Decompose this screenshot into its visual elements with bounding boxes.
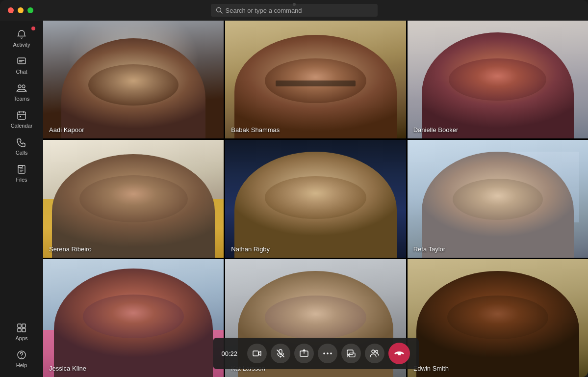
svg-rect-10 bbox=[22, 324, 26, 327]
video-cell-babak: Babak Shammas bbox=[225, 21, 406, 138]
sidebar-item-activity[interactable]: Activity bbox=[0, 25, 43, 52]
svg-rect-5 bbox=[18, 112, 26, 119]
svg-rect-12 bbox=[22, 328, 26, 332]
sidebar-item-calls-label: Calls bbox=[16, 150, 27, 156]
title-bar: Search or type a command bbox=[0, 0, 588, 21]
search-icon bbox=[216, 7, 223, 14]
svg-point-25 bbox=[372, 350, 375, 353]
reta-photo bbox=[408, 140, 588, 258]
sidebar-item-chat[interactable]: Chat bbox=[0, 52, 43, 79]
teams-icon bbox=[16, 82, 27, 94]
camera-toggle-button[interactable] bbox=[247, 344, 267, 363]
svg-rect-9 bbox=[18, 324, 21, 327]
sidebar-item-files[interactable]: Files bbox=[0, 160, 43, 187]
sidebar-item-calendar-label: Calendar bbox=[11, 123, 33, 129]
help-icon bbox=[16, 349, 27, 361]
sidebar-item-calls[interactable]: Calls bbox=[0, 133, 43, 160]
mute-button[interactable] bbox=[271, 344, 290, 363]
svg-point-4 bbox=[22, 85, 25, 88]
share-screen-button[interactable] bbox=[294, 344, 314, 363]
sidebar-item-help[interactable]: Help bbox=[0, 345, 43, 372]
aadi-photo bbox=[43, 21, 224, 138]
video-cell-nathan: Nathan Rigby bbox=[225, 140, 406, 258]
sidebar-item-teams[interactable]: Teams bbox=[0, 79, 43, 106]
serena-photo bbox=[43, 140, 224, 258]
svg-line-1 bbox=[220, 12, 222, 14]
chat-icon bbox=[16, 55, 27, 67]
chat-button[interactable] bbox=[341, 344, 361, 363]
edwin-photo bbox=[408, 259, 588, 377]
files-icon bbox=[16, 163, 27, 175]
svg-rect-15 bbox=[253, 351, 258, 356]
sidebar-item-activity-label: Activity bbox=[13, 42, 30, 48]
danielle-photo bbox=[408, 21, 588, 138]
search-placeholder: Search or type a command bbox=[226, 7, 302, 14]
video-cell-aadi: Aadi Kapoor bbox=[43, 21, 224, 138]
calls-icon bbox=[16, 136, 27, 148]
sidebar-item-calendar[interactable]: Calendar bbox=[0, 106, 43, 133]
jessica-name-label: Jessica Kline bbox=[49, 365, 86, 372]
svg-point-26 bbox=[375, 350, 378, 353]
camera-indicator bbox=[293, 3, 296, 6]
svg-point-20 bbox=[323, 352, 325, 354]
svg-rect-11 bbox=[18, 328, 21, 332]
minimize-window-button[interactable] bbox=[18, 7, 24, 13]
svg-rect-2 bbox=[18, 58, 26, 64]
babak-name-label: Babak Shammas bbox=[231, 126, 280, 134]
aadi-name-label: Aadi Kapoor bbox=[49, 126, 84, 134]
call-controls: 00:22 bbox=[213, 338, 419, 369]
end-call-button[interactable] bbox=[388, 343, 410, 364]
bell-icon bbox=[16, 28, 27, 40]
end-call-icon bbox=[394, 350, 405, 357]
svg-rect-6 bbox=[20, 116, 21, 117]
babak-photo bbox=[225, 21, 406, 138]
video-icon bbox=[253, 349, 261, 358]
apps-icon bbox=[16, 322, 27, 334]
svg-line-18 bbox=[277, 350, 284, 357]
svg-point-3 bbox=[18, 85, 21, 88]
nathan-photo bbox=[225, 140, 406, 258]
maximize-window-button[interactable] bbox=[27, 7, 33, 13]
sidebar-item-teams-label: Teams bbox=[14, 96, 29, 102]
video-cell-danielle: Danielle Booker bbox=[408, 21, 588, 138]
sidebar-item-help-label: Help bbox=[16, 362, 27, 368]
activity-badge bbox=[31, 27, 35, 30]
svg-point-21 bbox=[327, 352, 329, 354]
sidebar-item-files-label: Files bbox=[16, 177, 27, 183]
svg-rect-8 bbox=[18, 165, 25, 173]
danielle-name-label: Danielle Booker bbox=[413, 126, 459, 134]
svg-point-14 bbox=[21, 357, 22, 358]
calendar-icon bbox=[16, 109, 27, 121]
jessica-photo bbox=[43, 259, 224, 377]
video-cell-reta: Reta Taylor bbox=[408, 140, 588, 258]
close-window-button[interactable] bbox=[8, 7, 14, 13]
reta-name-label: Reta Taylor bbox=[413, 245, 446, 253]
chat-bubbles-icon bbox=[347, 349, 356, 358]
main-layout: Activity Chat Teams bbox=[0, 21, 588, 377]
nathan-name-label: Nathan Rigby bbox=[231, 245, 270, 253]
video-cell-jessica: Jessica Kline bbox=[43, 259, 224, 377]
traffic-lights bbox=[8, 7, 33, 13]
edwin-name-label: Edwin Smith bbox=[413, 365, 449, 372]
call-timer: 00:22 bbox=[222, 350, 241, 357]
video-cell-edwin: Edwin Smith bbox=[408, 259, 588, 377]
sidebar-item-chat-label: Chat bbox=[16, 69, 27, 75]
mic-off-icon bbox=[276, 349, 285, 358]
people-icon bbox=[370, 349, 380, 358]
serena-name-label: Serena Ribeiro bbox=[49, 245, 92, 253]
share-icon bbox=[300, 349, 308, 358]
sidebar-bottom: Apps Help bbox=[0, 318, 43, 377]
svg-point-22 bbox=[330, 352, 332, 354]
sidebar-item-apps-label: Apps bbox=[15, 335, 27, 341]
sidebar-item-apps[interactable]: Apps bbox=[0, 318, 43, 345]
svg-rect-23 bbox=[347, 350, 353, 354]
more-options-button[interactable] bbox=[318, 344, 337, 363]
video-grid: Aadi Kapoor Babak Shammas Danielle Booke… bbox=[43, 21, 588, 377]
ellipsis-icon bbox=[323, 352, 332, 355]
participants-button[interactable] bbox=[365, 344, 384, 363]
video-cell-serena: Serena Ribeiro bbox=[43, 140, 224, 258]
sidebar: Activity Chat Teams bbox=[0, 21, 43, 377]
svg-rect-24 bbox=[349, 353, 355, 357]
